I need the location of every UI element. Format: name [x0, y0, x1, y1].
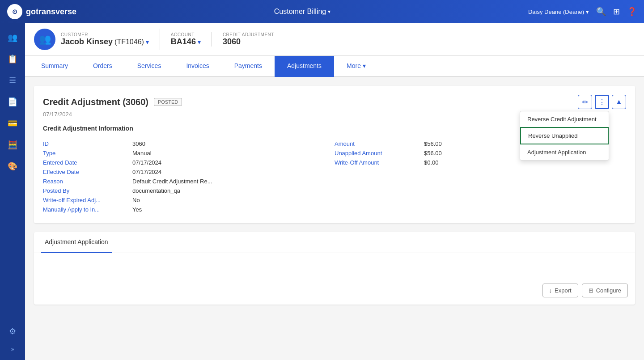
adjustment-application-item[interactable]: Adjustment Application	[520, 144, 609, 160]
configure-button[interactable]: ⊞ Configure	[582, 284, 628, 297]
adj-header: Credit Adjustment (3060) POSTED ✏ ⋮ Reve…	[43, 95, 626, 109]
customer-avatar: 👥	[34, 29, 55, 50]
main-tabs: Summary Orders Services Invoices Payment…	[25, 56, 644, 77]
reverse-credit-adjustment-item[interactable]: Reverse Credit Adjustment	[520, 111, 609, 127]
bottom-actions: ↓ Export ⊞ Configure	[34, 280, 635, 305]
more-actions-button[interactable]: ⋮	[595, 95, 609, 109]
help-button[interactable]: ❓	[627, 7, 637, 17]
account-info: ACCOUNT BA146 ▾	[160, 32, 212, 47]
top-nav: ⊙ gotransverse Customer Billing ▾ Daisy …	[0, 0, 644, 23]
export-button[interactable]: ↓ Export	[542, 284, 578, 297]
sidebar-item-palette[interactable]: 🎨	[4, 157, 21, 175]
posted-badge: POSTED	[154, 98, 182, 106]
tab-orders[interactable]: Orders	[80, 56, 125, 77]
customer-billing-button[interactable]: Customer Billing ▾	[274, 8, 330, 16]
info-left-col: ID 3060 Type Manual Entered Date 07/17/2…	[43, 139, 335, 214]
sidebar-item-payments[interactable]: 💳	[4, 114, 21, 132]
account-dropdown-btn[interactable]: ▾	[198, 38, 201, 46]
logo-icon: ⊙	[7, 4, 22, 19]
customer-header: 👥 CUSTOMER Jacob Kinsey (TF1046) ▾ ACCOU…	[25, 23, 644, 56]
top-nav-right: Daisy Deane (Deane) ▾ 🔍 ⊞ ❓	[528, 7, 637, 17]
credit-adj-label: CREDIT ADJUSTMENT	[223, 32, 274, 37]
tab-payments[interactable]: Payments	[222, 56, 275, 77]
account-value: BA146 ▾	[171, 37, 201, 47]
sidebar: 👥 📋 ☰ 📄 💳 🧮 🎨 ⚙ »	[0, 23, 25, 360]
sidebar-item-orders[interactable]: 📋	[4, 50, 21, 68]
adj-actions: ✏ ⋮ Reverse Credit Adjustment Reverse Un…	[578, 95, 626, 109]
actions-dropdown-wrapper: ⋮ Reverse Credit Adjustment Reverse Unap…	[595, 95, 609, 109]
sidebar-item-settings[interactable]: ⚙	[4, 322, 21, 340]
account-label: ACCOUNT	[171, 32, 201, 37]
credit-adjustment-card: Credit Adjustment (3060) POSTED ✏ ⋮ Reve…	[34, 86, 635, 223]
customer-info: 👥 CUSTOMER Jacob Kinsey (TF1046) ▾	[34, 29, 160, 50]
info-row-writeoff-expired: Write-off Expired Adj... No	[43, 195, 335, 205]
tab-summary[interactable]: Summary	[29, 56, 80, 77]
search-button[interactable]: 🔍	[596, 7, 606, 17]
info-row-type: Type Manual	[43, 148, 335, 158]
customer-label: CUSTOMER	[61, 32, 149, 37]
customer-dropdown-btn[interactable]: ▾	[146, 38, 149, 46]
info-row-entered-date: Entered Date 07/17/2024	[43, 158, 335, 167]
sidebar-item-calculator[interactable]: 🧮	[4, 136, 21, 154]
sidebar-item-list[interactable]: ☰	[4, 72, 21, 89]
tab-adjustment-application[interactable]: Adjustment Application	[41, 232, 112, 253]
edit-button[interactable]: ✏	[578, 95, 592, 109]
grid-button[interactable]: ⊞	[613, 7, 620, 17]
sidebar-item-documents[interactable]: 📄	[4, 93, 21, 111]
bottom-tab-bar: Adjustment Application	[34, 232, 635, 253]
customer-name: Jacob Kinsey (TF1046) ▾	[61, 37, 149, 47]
info-row-posted-by: Posted By documentation_qa	[43, 186, 335, 195]
tab-invoices[interactable]: Invoices	[174, 56, 221, 77]
app-name: gotransverse	[26, 7, 76, 17]
main-content: 👥 CUSTOMER Jacob Kinsey (TF1046) ▾ ACCOU…	[25, 23, 644, 360]
info-row-manually-apply: Manually Apply to In... Yes	[43, 205, 335, 214]
tab-services[interactable]: Services	[125, 56, 174, 77]
info-row-id: ID 3060	[43, 139, 335, 148]
credit-adj-value: 3060	[223, 37, 274, 47]
actions-dropdown-menu: Reverse Credit Adjustment Reverse Unappl…	[520, 111, 609, 161]
app-logo: ⊙ gotransverse	[7, 4, 76, 19]
user-menu-button[interactable]: Daisy Deane (Deane) ▾	[528, 8, 589, 15]
collapse-button[interactable]: ▲	[612, 95, 626, 109]
tab-more[interactable]: More ▾	[334, 56, 378, 77]
tab-adjustments[interactable]: Adjustments	[275, 56, 334, 77]
info-row-reason: Reason Default Credit Adjustment Re...	[43, 177, 335, 186]
sidebar-toggle[interactable]: »	[4, 344, 21, 355]
info-row-effective-date: Effective Date 07/17/2024	[43, 167, 335, 177]
content-area: Credit Adjustment (3060) POSTED ✏ ⋮ Reve…	[25, 77, 644, 313]
download-icon: ↓	[549, 287, 552, 294]
credit-adj-info: CREDIT ADJUSTMENT 3060	[212, 32, 285, 47]
adj-title: Credit Adjustment (3060) POSTED	[43, 97, 182, 107]
sidebar-item-customers[interactable]: 👥	[4, 29, 21, 47]
reverse-unapplied-item[interactable]: Reverse Unapplied	[520, 127, 609, 144]
bottom-section: Adjustment Application ↓ Export ⊞ Config…	[34, 232, 635, 305]
configure-icon: ⊞	[589, 287, 593, 294]
bottom-tab-content	[34, 253, 635, 280]
